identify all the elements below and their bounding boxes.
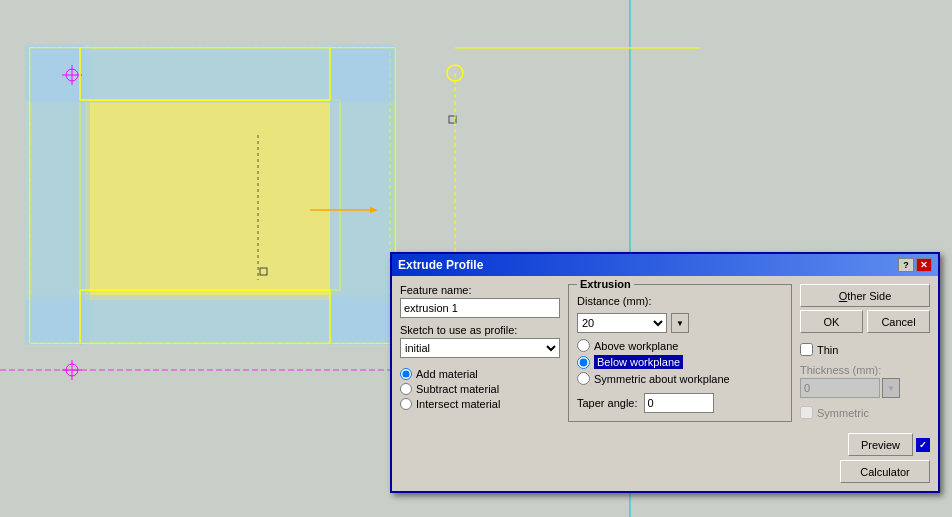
- below-workplane-radio[interactable]: [577, 356, 590, 369]
- symmetric-row: Symmetric: [800, 406, 930, 419]
- feature-name-group: Feature name:: [400, 284, 560, 318]
- sketch-label: Sketch to use as profile:: [400, 324, 560, 336]
- symmetric-workplane-radio[interactable]: [577, 372, 590, 385]
- thickness-group: Thickness (mm): ▼: [800, 364, 930, 398]
- taper-input[interactable]: [644, 393, 714, 413]
- distance-dropdown-arrow[interactable]: ▼: [671, 313, 689, 333]
- distance-row: 20 ▼: [577, 313, 783, 333]
- subtract-material-option[interactable]: Subtract material: [400, 383, 560, 395]
- cancel-button[interactable]: Cancel: [867, 310, 930, 333]
- middle-column: Extrusion Distance (mm): 20 ▼: [568, 284, 792, 483]
- svg-rect-1: [80, 100, 340, 290]
- preview-checkmark[interactable]: ✓: [916, 438, 930, 452]
- feature-name-label: Feature name:: [400, 284, 560, 296]
- svg-rect-22: [260, 268, 267, 275]
- extrusion-group-title: Extrusion: [577, 278, 634, 290]
- bottom-buttons: Preview ✓ Calculator: [800, 433, 930, 483]
- dialog-content: Feature name: Sketch to use as profile: …: [392, 276, 938, 491]
- symmetric-label: Symmetric: [817, 407, 869, 419]
- distance-group: Distance (mm): 20 ▼: [577, 295, 783, 333]
- subtract-material-radio[interactable]: [400, 383, 412, 395]
- ok-button[interactable]: OK: [800, 310, 863, 333]
- thin-checkbox-row: Thin: [800, 343, 930, 356]
- extrude-profile-dialog: Extrude Profile ? ✕ Feature name: Sketch…: [390, 252, 940, 493]
- dialog-titlebar: Extrude Profile ? ✕: [392, 254, 938, 276]
- below-workplane-option[interactable]: Below workplane: [577, 355, 783, 369]
- above-workplane-radio[interactable]: [577, 339, 590, 352]
- extrusion-group: Extrusion Distance (mm): 20 ▼: [568, 284, 792, 422]
- distance-select[interactable]: 20: [577, 313, 667, 333]
- feature-name-input[interactable]: [400, 298, 560, 318]
- add-material-radio[interactable]: [400, 368, 412, 380]
- preview-button[interactable]: Preview: [848, 433, 913, 456]
- dialog-title: Extrude Profile: [398, 258, 483, 272]
- workplane-options: Above workplane Below workplane Symmetri…: [577, 339, 783, 385]
- taper-row: Taper angle:: [577, 393, 783, 413]
- thickness-select-row: ▼: [800, 378, 930, 398]
- symmetric-workplane-option[interactable]: Symmetric about workplane: [577, 372, 783, 385]
- thickness-dropdown-arrow: ▼: [882, 378, 900, 398]
- thickness-input: [800, 378, 880, 398]
- preview-row: Preview ✓: [848, 433, 930, 456]
- thin-label: Thin: [817, 344, 838, 356]
- distance-label: Distance (mm):: [577, 295, 783, 307]
- ok-cancel-row: OK Cancel: [800, 310, 930, 333]
- title-buttons: ? ✕: [898, 258, 932, 272]
- intersect-material-option[interactable]: Intersect material: [400, 398, 560, 410]
- thin-checkbox[interactable]: [800, 343, 813, 356]
- symmetric-checkbox: [800, 406, 813, 419]
- right-column: Other Side OK Cancel Thin Thickness (mm)…: [800, 284, 930, 483]
- other-side-button[interactable]: Other Side: [800, 284, 930, 307]
- sketch-profile-group: Sketch to use as profile: initial: [400, 324, 560, 358]
- add-material-option[interactable]: Add material: [400, 368, 560, 380]
- sketch-select[interactable]: initial: [400, 338, 560, 358]
- left-column: Feature name: Sketch to use as profile: …: [400, 284, 560, 483]
- above-workplane-option[interactable]: Above workplane: [577, 339, 783, 352]
- sketch-select-row: initial: [400, 338, 560, 358]
- help-button[interactable]: ?: [898, 258, 914, 272]
- svg-rect-9: [30, 295, 395, 343]
- calculator-button[interactable]: Calculator: [840, 460, 930, 483]
- thickness-label: Thickness (mm):: [800, 364, 930, 376]
- material-radio-group: Add material Subtract material Intersect…: [400, 368, 560, 410]
- top-buttons: Other Side OK Cancel: [800, 284, 930, 333]
- thin-group: Thin: [800, 343, 930, 356]
- intersect-material-radio[interactable]: [400, 398, 412, 410]
- close-button[interactable]: ✕: [916, 258, 932, 272]
- taper-label: Taper angle:: [577, 397, 638, 409]
- dialog-main-row: Feature name: Sketch to use as profile: …: [400, 284, 930, 483]
